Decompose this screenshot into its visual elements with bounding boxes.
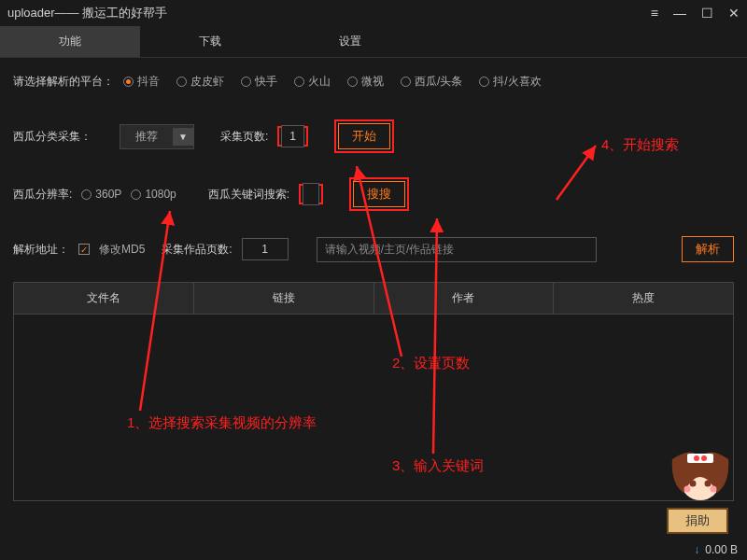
category-select[interactable]: 推荐 ▼ — [120, 124, 194, 149]
highlight-start: 开始 — [334, 119, 394, 153]
category-row: 西瓜分类采集： 推荐 ▼ 采集页数: 1 开始 — [13, 119, 734, 153]
radio-kuaishou[interactable]: 快手 — [241, 74, 277, 90]
platform-radio-group: 抖音 皮皮虾 快手 火山 微视 西瓜/头条 抖/火喜欢 — [123, 74, 542, 90]
tab-settings[interactable]: 设置 — [280, 26, 420, 57]
th-author: 作者 — [374, 283, 555, 314]
svg-point-8 — [711, 486, 717, 493]
highlight-keyword — [299, 184, 323, 204]
radio-360p[interactable]: 360P — [81, 188, 121, 201]
minimize-icon[interactable]: — — [673, 6, 686, 21]
pages-input[interactable]: 1 — [281, 125, 304, 147]
svg-rect-9 — [687, 454, 713, 463]
radio-1080p[interactable]: 1080p — [131, 188, 176, 201]
category-label: 西瓜分类采集： — [13, 129, 92, 145]
resolution-label: 西瓜分辨率: — [13, 187, 72, 203]
works-pages-input[interactable]: 1 — [242, 238, 289, 260]
results-table-body — [13, 315, 734, 501]
parse-label: 解析地址： — [13, 242, 69, 258]
start-button[interactable]: 开始 — [338, 123, 390, 149]
main-tabs: 功能 下载 设置 — [0, 26, 747, 58]
download-speed: 0.00 B — [705, 543, 738, 556]
mascot-image — [663, 442, 738, 508]
radio-xigua[interactable]: 西瓜/头条 — [401, 74, 462, 90]
parse-row: 解析地址： ✓ 修改MD5 采集作品页数: 1 请输入视频/主页/作品链接 解析 — [13, 235, 734, 263]
donate-button[interactable]: 捐助 — [667, 508, 728, 534]
radio-pipixia[interactable]: 皮皮虾 — [176, 74, 224, 90]
download-icon: ↓ — [694, 543, 699, 556]
modify-md5-label: 修改MD5 — [99, 242, 145, 258]
th-link: 链接 — [194, 283, 374, 314]
url-input[interactable]: 请输入视频/主页/作品链接 — [317, 237, 597, 262]
chevron-down-icon: ▼ — [173, 128, 193, 146]
tab-functions[interactable]: 功能 — [0, 26, 140, 57]
svg-point-10 — [694, 455, 699, 461]
platform-row: 请选择解析的平台： 抖音 皮皮虾 快手 火山 微视 西瓜/头条 抖/火喜欢 — [13, 67, 734, 95]
svg-point-7 — [684, 486, 691, 493]
maximize-icon[interactable]: ☐ — [701, 6, 713, 21]
title-bar: uploader—— 搬运工的好帮手 ≡ — ☐ ✕ — [0, 0, 747, 26]
results-table-header: 文件名 链接 作者 热度 — [13, 282, 734, 315]
highlight-pages: 1 — [277, 126, 308, 147]
svg-point-6 — [705, 481, 712, 487]
platform-label: 请选择解析的平台： — [13, 74, 114, 90]
search-button[interactable]: 搜搜 — [353, 181, 405, 207]
resolution-row: 西瓜分辨率: 360P 1080p 西瓜关键词搜索: 搜搜 — [13, 177, 734, 211]
parse-button[interactable]: 解析 — [682, 236, 734, 262]
radio-weishi[interactable]: 微视 — [347, 74, 384, 90]
status-bar: ↓ 0.00 B — [694, 539, 738, 560]
pages-label: 采集页数: — [220, 129, 268, 145]
radio-huoshan[interactable]: 火山 — [294, 74, 331, 90]
radio-douhuoxihuan[interactable]: 抖/火喜欢 — [479, 74, 541, 90]
svg-point-11 — [701, 455, 707, 461]
keyword-input[interactable] — [303, 183, 319, 205]
radio-douyin[interactable]: 抖音 — [123, 74, 160, 90]
highlight-search: 搜搜 — [349, 177, 409, 211]
tab-download[interactable]: 下载 — [140, 26, 280, 57]
th-filename: 文件名 — [14, 283, 194, 314]
works-pages-label: 采集作品页数: — [162, 242, 232, 258]
th-heat: 热度 — [554, 283, 733, 314]
svg-point-5 — [690, 481, 697, 487]
window-title: uploader—— 搬运工的好帮手 — [7, 5, 651, 21]
menu-icon[interactable]: ≡ — [651, 6, 658, 21]
keyword-label: 西瓜关键词搜索: — [208, 187, 289, 203]
modify-md5-checkbox[interactable]: ✓ — [78, 244, 90, 255]
close-icon[interactable]: ✕ — [728, 6, 740, 21]
